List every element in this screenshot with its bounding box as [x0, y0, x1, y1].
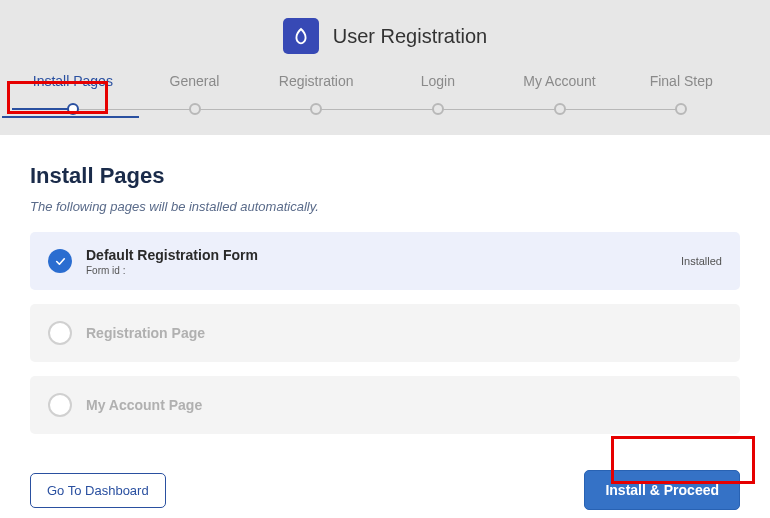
install-item-default-registration-form[interactable]: Default Registration Form Form id : Inst… — [30, 232, 740, 290]
go-to-dashboard-button[interactable]: Go To Dashboard — [30, 473, 166, 508]
actions-row: Go To Dashboard Install & Proceed — [30, 448, 740, 510]
app-header: User Registration — [0, 10, 770, 72]
install-proceed-button[interactable]: Install & Proceed — [584, 470, 740, 510]
step-general[interactable]: General — [134, 72, 256, 117]
step-my-account[interactable]: My Account — [499, 72, 621, 117]
stepper: Install Pages General Registration Login — [0, 72, 770, 135]
item-status: Installed — [681, 255, 722, 267]
step-install-pages[interactable]: Install Pages — [12, 72, 134, 117]
item-title: Registration Page — [86, 325, 722, 341]
step-login[interactable]: Login — [377, 72, 499, 117]
step-label: Registration — [279, 73, 354, 103]
step-label: Login — [421, 73, 455, 103]
item-subtitle: Form id : — [86, 265, 667, 276]
install-item-registration-page[interactable]: Registration Page — [30, 304, 740, 362]
step-final[interactable]: Final Step — [620, 72, 742, 117]
main-content: Install Pages The following pages will b… — [0, 135, 770, 510]
step-label: Install Pages — [33, 73, 113, 103]
page-subtitle: The following pages will be installed au… — [30, 199, 740, 214]
install-item-my-account-page[interactable]: My Account Page — [30, 376, 740, 434]
step-dot-icon — [554, 103, 566, 115]
app-logo-icon — [283, 18, 319, 54]
step-dot-icon — [67, 103, 79, 115]
step-label: Final Step — [650, 73, 713, 103]
step-label: My Account — [523, 73, 595, 103]
app-title: User Registration — [333, 25, 488, 48]
step-registration[interactable]: Registration — [255, 72, 377, 117]
step-dot-icon — [310, 103, 322, 115]
check-icon — [48, 321, 72, 345]
check-icon — [48, 249, 72, 273]
item-title: My Account Page — [86, 397, 722, 413]
step-dot-icon — [432, 103, 444, 115]
step-dot-icon — [189, 103, 201, 115]
step-dot-icon — [675, 103, 687, 115]
page-heading: Install Pages — [30, 163, 740, 189]
step-label: General — [170, 73, 220, 103]
check-icon — [48, 393, 72, 417]
item-title: Default Registration Form — [86, 247, 667, 263]
